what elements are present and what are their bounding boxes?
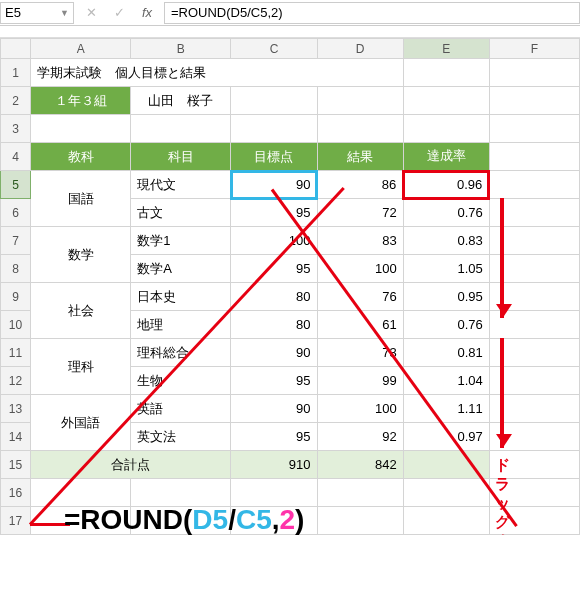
col-D[interactable]: D bbox=[317, 39, 403, 59]
row-14[interactable]: 14 bbox=[1, 423, 31, 451]
formula-input[interactable]: =ROUND(D5/C5,2) bbox=[164, 2, 580, 24]
row-15[interactable]: 15 bbox=[1, 451, 31, 479]
col-F[interactable]: F bbox=[489, 39, 579, 59]
row-8[interactable]: 8 bbox=[1, 255, 31, 283]
total-label[interactable]: 合計点 bbox=[31, 451, 231, 479]
student-name[interactable]: 山田 桜子 bbox=[131, 87, 231, 115]
group-kokugo[interactable]: 国語 bbox=[31, 171, 131, 227]
formula-text: =ROUND(D5/C5,2) bbox=[171, 5, 283, 20]
col-C[interactable]: C bbox=[231, 39, 317, 59]
subj-1[interactable]: 古文 bbox=[131, 199, 231, 227]
hdr-target[interactable]: 目標点 bbox=[231, 143, 317, 171]
row-2[interactable]: 2 bbox=[1, 87, 31, 115]
fx-icon[interactable]: fx bbox=[136, 2, 158, 24]
hdr-kamoku[interactable]: 科目 bbox=[131, 143, 231, 171]
row-11[interactable]: 11 bbox=[1, 339, 31, 367]
row-13[interactable]: 13 bbox=[1, 395, 31, 423]
group-shakai[interactable]: 社会 bbox=[31, 283, 131, 339]
group-rika[interactable]: 理科 bbox=[31, 339, 131, 395]
title-cell[interactable]: 学期末試験 個人目標と結果 bbox=[31, 59, 404, 87]
row-9[interactable]: 9 bbox=[1, 283, 31, 311]
hdr-kyouka[interactable]: 教科 bbox=[31, 143, 131, 171]
total-target[interactable]: 910 bbox=[231, 451, 317, 479]
class-label[interactable]: １年３組 bbox=[31, 87, 131, 115]
select-all[interactable] bbox=[1, 39, 31, 59]
row-5[interactable]: 5 bbox=[1, 171, 31, 199]
hdr-rate[interactable]: 達成率 bbox=[403, 143, 489, 171]
row-6[interactable]: 6 bbox=[1, 199, 31, 227]
hdr-result[interactable]: 結果 bbox=[317, 143, 403, 171]
d5[interactable]: 86 bbox=[317, 171, 403, 199]
col-A[interactable]: A bbox=[31, 39, 131, 59]
row-12[interactable]: 12 bbox=[1, 367, 31, 395]
group-gaikokugo[interactable]: 外国語 bbox=[31, 395, 131, 451]
row-17[interactable]: 17 bbox=[1, 507, 31, 535]
c5[interactable]: 90 bbox=[231, 171, 317, 199]
dropdown-icon[interactable]: ▼ bbox=[60, 8, 69, 18]
spreadsheet-grid[interactable]: A B C D E F 1 学期末試験 個人目標と結果 2 １年３組 山田 桜子… bbox=[0, 38, 580, 535]
row-7[interactable]: 7 bbox=[1, 227, 31, 255]
subj-0[interactable]: 現代文 bbox=[131, 171, 231, 199]
group-suugaku[interactable]: 数学 bbox=[31, 227, 131, 283]
row-1[interactable]: 1 bbox=[1, 59, 31, 87]
namebox[interactable]: E5 ▼ bbox=[0, 2, 74, 24]
total-result[interactable]: 842 bbox=[317, 451, 403, 479]
namebox-value: E5 bbox=[5, 5, 21, 20]
cancel-icon: ✕ bbox=[80, 2, 102, 24]
row-16[interactable]: 16 bbox=[1, 479, 31, 507]
enter-icon: ✓ bbox=[108, 2, 130, 24]
row-3[interactable]: 3 bbox=[1, 115, 31, 143]
e5[interactable]: 0.96 bbox=[403, 171, 489, 199]
col-B[interactable]: B bbox=[131, 39, 231, 59]
col-E[interactable]: E bbox=[403, 39, 489, 59]
row-4[interactable]: 4 bbox=[1, 143, 31, 171]
row-10[interactable]: 10 bbox=[1, 311, 31, 339]
